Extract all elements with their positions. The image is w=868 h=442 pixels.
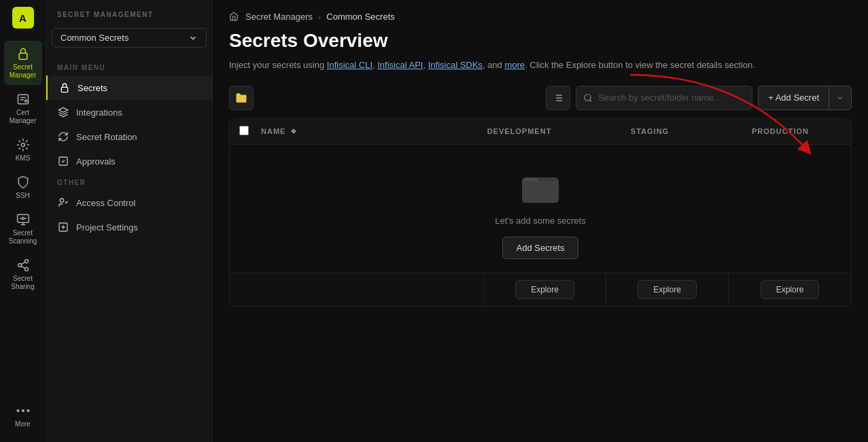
search-input[interactable]: [598, 92, 745, 103]
header-checkbox[interactable]: [239, 126, 253, 137]
explore-staging-button[interactable]: Explore: [638, 280, 697, 299]
table-body-empty: Let's add some secrets Add Secrets: [230, 145, 851, 273]
more-icon: [16, 403, 31, 418]
add-secret-button[interactable]: + Add Secret: [759, 86, 829, 109]
empty-folder-illustration: [520, 165, 561, 206]
svg-point-3: [21, 143, 24, 147]
add-secret-label: + Add Secret: [768, 92, 819, 103]
project-settings-label: Project Settings: [76, 222, 138, 233]
sidebar-item-secret-manager[interactable]: Secret Manager: [4, 41, 42, 85]
explore-cell-development: Explore: [484, 273, 606, 306]
page-description: Inject your secrets using Infisical CLI,…: [213, 54, 868, 80]
chevron-down-icon-btn: [836, 94, 844, 102]
col-header-development: Development: [458, 127, 580, 135]
sidebar-item-secret-sharing[interactable]: Secret Sharing: [4, 252, 42, 296]
integrations-icon: [57, 106, 69, 118]
project-name: Common Secrets: [60, 33, 128, 43]
icon-nav: A Secret Manager Cert Manager: [0, 0, 46, 442]
desc-suffix: . Click the Explore button to view the s…: [525, 60, 755, 70]
svg-point-8: [24, 267, 28, 271]
sidebar-item-secret-rotation[interactable]: Secret Rotation: [46, 124, 212, 149]
main-content: Secret Managers › Common Secrets Secrets…: [213, 0, 868, 442]
cert-manager-label: Cert Manager: [7, 109, 39, 125]
table-header: NAME Development Staging Production: [230, 119, 851, 145]
approvals-label: Approvals: [76, 156, 116, 167]
secrets-icon: [58, 82, 71, 94]
access-control-label: Access Control: [76, 198, 135, 208]
link-infisical-api[interactable]: Infisical API: [377, 60, 423, 70]
toolbar: + Add Secret: [213, 80, 868, 116]
secrets-table: NAME Development Staging Production: [229, 118, 852, 307]
desc-prefix: Inject your secrets using: [229, 60, 327, 70]
svg-point-10: [21, 409, 24, 412]
breadcrumb: Secret Managers › Common Secrets: [213, 0, 868, 27]
empty-state-label: Let's add some secrets: [495, 216, 585, 226]
svg-rect-4: [17, 215, 29, 223]
sidebar-item-access-control[interactable]: Access Control: [46, 190, 212, 215]
access-control-icon: [57, 197, 69, 209]
sidebar-item-more[interactable]: More: [4, 398, 42, 434]
svg-point-6: [24, 260, 28, 263]
cert-manager-icon: [16, 92, 31, 107]
integrations-label: Integrations: [76, 107, 122, 118]
sidebar-item-ssh[interactable]: SSH: [4, 169, 42, 205]
page-title: Secrets Overview: [213, 27, 868, 54]
rotation-icon: [57, 131, 69, 143]
svg-point-9: [16, 409, 19, 412]
add-folder-button[interactable]: [229, 86, 254, 110]
ssh-icon: [16, 175, 31, 190]
add-secrets-button[interactable]: Add Secrets: [502, 237, 579, 259]
explore-production-button[interactable]: Explore: [761, 280, 820, 299]
explore-development-button[interactable]: Explore: [515, 280, 574, 299]
sidebar-item-kms[interactable]: KMS: [4, 132, 42, 168]
col-name-label: NAME: [261, 127, 285, 135]
view-toggle-button[interactable]: [546, 86, 570, 110]
add-secret-dropdown[interactable]: + Add Secret: [758, 86, 852, 110]
ssh-label: SSH: [16, 192, 30, 200]
explore-cell-staging: Explore: [606, 273, 729, 306]
main-menu-label: MAIN MENU: [46, 61, 212, 75]
sidebar-item-integrations[interactable]: Integrations: [46, 100, 212, 124]
avatar[interactable]: A: [12, 7, 34, 29]
approvals-icon: [57, 155, 69, 167]
add-secret-caret[interactable]: [829, 86, 851, 109]
secrets-label: Secrets: [77, 83, 107, 93]
other-label: OTHER: [46, 176, 212, 190]
secret-scanning-icon: [16, 212, 31, 227]
svg-point-11: [27, 409, 29, 412]
svg-rect-25: [523, 181, 559, 203]
breadcrumb-current: Common Secrets: [326, 12, 394, 22]
search-icon: [583, 93, 593, 103]
svg-point-7: [18, 264, 21, 267]
home-icon: [229, 11, 240, 22]
sidebar-item-secrets[interactable]: Secrets: [46, 75, 212, 100]
sidebar-item-project-settings[interactable]: Project Settings: [46, 215, 212, 239]
svg-point-22: [585, 94, 591, 100]
more-label: More: [15, 420, 31, 428]
select-all-checkbox[interactable]: [239, 126, 249, 135]
desc-comma2: ,: [423, 60, 428, 70]
project-settings-icon: [57, 221, 69, 233]
kms-label: KMS: [16, 154, 31, 163]
secret-rotation-label: Secret Rotation: [76, 132, 137, 142]
search-box: [576, 86, 752, 110]
svg-rect-0: [19, 53, 27, 59]
explore-cell-production: Explore: [729, 273, 851, 306]
secret-manager-label: Secret Manager: [7, 63, 39, 80]
col-header-staging: Staging: [589, 127, 711, 135]
sidebar-item-secret-scanning[interactable]: Secret Scanning: [4, 207, 42, 251]
sidebar-section-title: SECRET MANAGEMENT: [46, 11, 212, 28]
explore-spacer: [230, 273, 484, 306]
explore-row: Explore Explore Explore: [230, 273, 851, 306]
svg-point-14: [60, 199, 63, 202]
link-more[interactable]: more: [504, 60, 525, 70]
secret-sharing-icon: [16, 258, 31, 273]
link-infisical-sdks[interactable]: Infisical SDKs: [428, 60, 483, 70]
secondary-sidebar: SECRET MANAGEMENT Common Secrets MAIN ME…: [46, 0, 213, 442]
project-selector[interactable]: Common Secrets: [52, 28, 207, 48]
sidebar-item-approvals[interactable]: Approvals: [46, 149, 212, 173]
sort-icon[interactable]: [290, 127, 298, 135]
sidebar-item-cert-manager[interactable]: Cert Manager: [4, 86, 42, 131]
breadcrumb-home[interactable]: Secret Managers: [245, 12, 313, 22]
link-infisical-cli[interactable]: Infisical CLI: [327, 60, 372, 70]
